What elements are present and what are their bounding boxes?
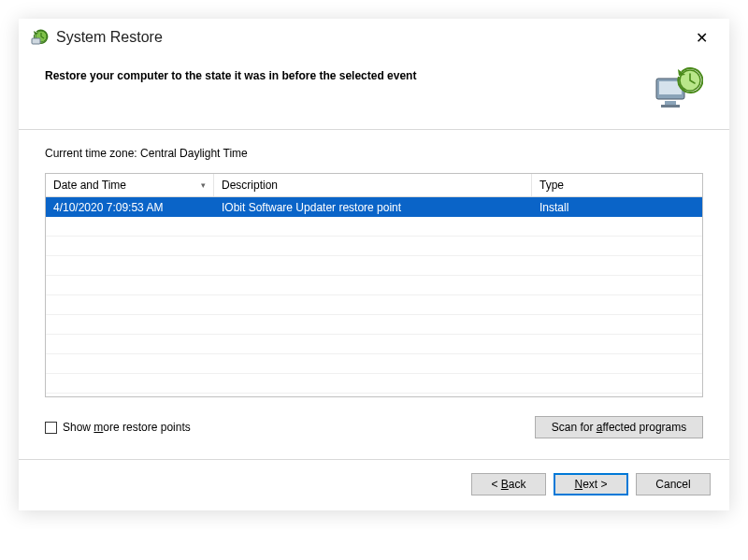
timezone-label: Current time zone: Central Daylight Time [45, 147, 703, 160]
column-header-type[interactable]: Type [532, 174, 702, 196]
scan-affected-programs-button[interactable]: Scan for affected programs [535, 416, 703, 438]
sort-indicator-icon: ▾ [201, 180, 206, 190]
wizard-footer: < Back Next > Cancel [19, 460, 729, 510]
next-button[interactable]: Next > [554, 473, 628, 495]
restore-points-table[interactable]: Date and Time ▾ Description Type 4/10/20… [45, 173, 703, 397]
titlebar: System Restore ✕ [19, 19, 729, 60]
system-restore-window: System Restore ✕ Restore your computer t… [19, 19, 729, 510]
options-row: Show more restore points Scan for affect… [45, 416, 703, 438]
cancel-button[interactable]: Cancel [636, 473, 711, 495]
system-restore-icon [30, 28, 49, 47]
checkbox-box-icon [45, 422, 57, 434]
svg-rect-1 [32, 38, 40, 44]
window-title: System Restore [56, 29, 163, 46]
cell-type: Install [532, 201, 702, 214]
table-header: Date and Time ▾ Description Type [46, 174, 702, 197]
restore-illustration-icon [653, 67, 703, 112]
page-heading: Restore your computer to the state it wa… [45, 67, 653, 82]
cell-description: IObit Software Updater restore point [214, 201, 532, 214]
show-more-restore-points-checkbox[interactable]: Show more restore points [45, 421, 191, 434]
table-body: 4/10/2020 7:09:53 AM IObit Software Upda… [46, 197, 702, 395]
close-button[interactable]: ✕ [684, 24, 718, 50]
header-strip: Restore your computer to the state it wa… [19, 60, 729, 130]
cell-date-time: 4/10/2020 7:09:53 AM [46, 201, 214, 214]
svg-rect-5 [661, 105, 680, 108]
column-header-description[interactable]: Description [214, 174, 532, 196]
column-header-date-time-label: Date and Time [53, 179, 126, 192]
content-area: Current time zone: Central Daylight Time… [19, 130, 729, 460]
back-button[interactable]: < Back [471, 473, 546, 495]
show-more-label: Show more restore points [63, 421, 191, 434]
svg-rect-4 [665, 101, 676, 105]
column-header-date-time[interactable]: Date and Time ▾ [46, 174, 214, 196]
table-row[interactable]: 4/10/2020 7:09:53 AM IObit Software Upda… [46, 197, 702, 217]
